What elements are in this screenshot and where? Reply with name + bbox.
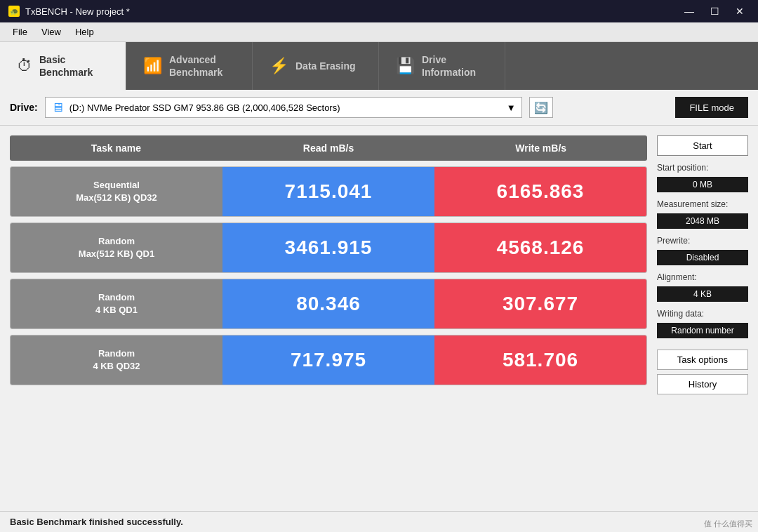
tab-drive-information[interactable]: 💾 DriveInformation bbox=[379, 42, 505, 90]
data-erasing-icon: ⚡ bbox=[270, 57, 288, 75]
drive-bar: Drive: 🖥 (D:) NVMe Predator SSD GM7 953.… bbox=[0, 90, 758, 126]
status-bar: Basic Benchmark finished successfully. bbox=[0, 511, 758, 532]
header-task-name: Task name bbox=[10, 135, 222, 161]
table-row: SequentialMax(512 KB) QD32 7115.041 6165… bbox=[10, 166, 647, 217]
window-title: TxBENCH - New project * bbox=[25, 6, 130, 17]
tab-bar: ⏱ BasicBenchmark 📶 AdvancedBenchmark ⚡ D… bbox=[0, 42, 758, 90]
write-value-2: 307.677 bbox=[434, 279, 646, 328]
drive-select-icon: 🖥 bbox=[51, 100, 64, 115]
minimize-button[interactable]: — bbox=[679, 1, 699, 21]
write-value-3: 581.706 bbox=[434, 335, 646, 385]
drive-label: Drive: bbox=[10, 102, 38, 113]
close-button[interactable]: ✕ bbox=[730, 1, 750, 21]
menu-bar: File View Help bbox=[0, 22, 758, 42]
data-erasing-label: Data Erasing bbox=[295, 60, 356, 72]
writing-data-label: Writing data: bbox=[657, 309, 748, 319]
table-row: RandomMax(512 KB) QD1 3461.915 4568.126 bbox=[10, 222, 647, 273]
header-read: Read mB/s bbox=[222, 135, 435, 161]
alignment-value: 4 KB bbox=[657, 286, 748, 302]
table-header: Task name Read mB/s Write mB/s bbox=[10, 135, 647, 161]
read-value-1: 3461.915 bbox=[222, 223, 434, 272]
task-name-1: RandomMax(512 KB) QD1 bbox=[11, 223, 222, 272]
maximize-button[interactable]: ☐ bbox=[705, 1, 724, 21]
read-value-3: 717.975 bbox=[222, 335, 434, 385]
start-position-value: 0 MB bbox=[657, 177, 748, 192]
writing-data-value: Random number bbox=[657, 323, 748, 338]
title-bar: 🐢 TxBENCH - New project * — ☐ ✕ bbox=[0, 0, 758, 22]
start-position-label: Start position: bbox=[657, 163, 748, 173]
menu-help[interactable]: Help bbox=[68, 24, 101, 40]
basic-benchmark-icon: ⏱ bbox=[17, 57, 32, 75]
write-value-1: 4568.126 bbox=[434, 223, 646, 272]
start-button[interactable]: Start bbox=[657, 135, 748, 156]
advanced-benchmark-icon: 📶 bbox=[143, 57, 162, 75]
tab-data-erasing[interactable]: ⚡ Data Erasing bbox=[253, 42, 379, 90]
tab-basic-benchmark[interactable]: ⏱ BasicBenchmark bbox=[0, 42, 126, 90]
read-value-0: 7115.041 bbox=[222, 167, 434, 216]
measurement-size-label: Measurement size: bbox=[657, 199, 748, 209]
right-panel: Start Start position: 0 MB Measurement s… bbox=[657, 135, 748, 510]
write-value-0: 6165.863 bbox=[434, 167, 646, 216]
menu-file[interactable]: File bbox=[6, 24, 34, 40]
app-icon: 🐢 bbox=[8, 6, 20, 17]
task-name-0: SequentialMax(512 KB) QD32 bbox=[11, 167, 222, 216]
history-button[interactable]: History bbox=[657, 374, 748, 394]
menu-view[interactable]: View bbox=[34, 24, 68, 40]
drive-information-label: DriveInformation bbox=[422, 53, 476, 79]
refresh-button[interactable]: 🔄 bbox=[529, 97, 553, 118]
task-options-button[interactable]: Task options bbox=[657, 350, 748, 370]
tab-advanced-benchmark[interactable]: 📶 AdvancedBenchmark bbox=[126, 42, 253, 90]
file-mode-button[interactable]: FILE mode bbox=[675, 97, 748, 118]
watermark: 值 什么值得买 bbox=[704, 519, 752, 529]
benchmark-table: Task name Read mB/s Write mB/s Sequentia… bbox=[10, 135, 647, 510]
prewrite-value: Disabled bbox=[657, 250, 748, 265]
task-name-3: Random4 KB QD32 bbox=[11, 335, 222, 385]
read-value-2: 80.346 bbox=[222, 279, 434, 328]
basic-benchmark-label: BasicBenchmark bbox=[39, 53, 93, 79]
table-row: Random4 KB QD32 717.975 581.706 bbox=[10, 335, 647, 385]
measurement-size-value: 2048 MB bbox=[657, 213, 748, 229]
advanced-benchmark-label: AdvancedBenchmark bbox=[169, 53, 222, 79]
task-name-2: Random4 KB QD1 bbox=[11, 279, 222, 328]
table-row: Random4 KB QD1 80.346 307.677 bbox=[10, 279, 647, 329]
status-text: Basic Benchmark finished successfully. bbox=[10, 517, 183, 527]
prewrite-label: Prewrite: bbox=[657, 236, 748, 246]
drive-dropdown-arrow: ▼ bbox=[507, 102, 516, 113]
drive-information-icon: 💾 bbox=[396, 57, 415, 75]
drive-select[interactable]: 🖥 (D:) NVMe Predator SSD GM7 953.86 GB (… bbox=[45, 97, 522, 118]
drive-select-text: (D:) NVMe Predator SSD GM7 953.86 GB (2,… bbox=[69, 102, 340, 113]
main-content: Task name Read mB/s Write mB/s Sequentia… bbox=[0, 126, 758, 510]
alignment-label: Alignment: bbox=[657, 272, 748, 282]
header-write: Write mB/s bbox=[434, 135, 647, 161]
